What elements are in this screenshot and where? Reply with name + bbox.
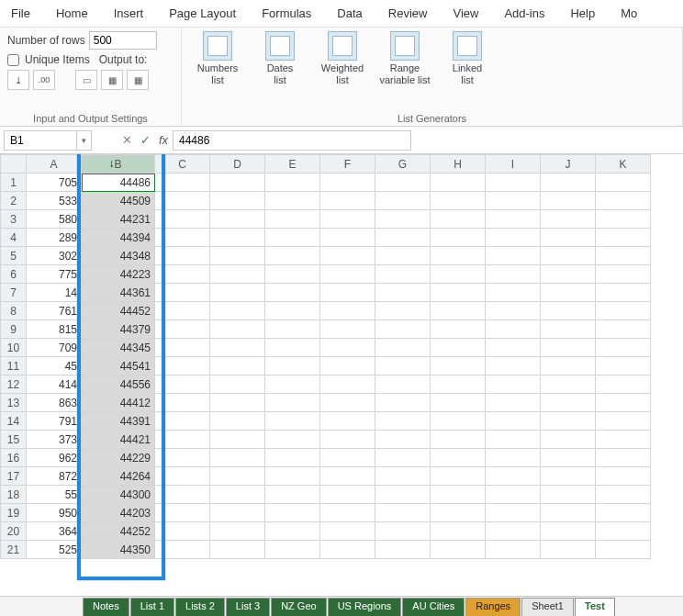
cell-E15[interactable] (265, 431, 320, 449)
cell-F14[interactable] (320, 412, 375, 431)
cell-E3[interactable] (265, 210, 320, 229)
sheet-tab-lists-2[interactable]: Lists 2 (175, 598, 225, 616)
col-header-H[interactable]: H (431, 155, 486, 174)
cell-F7[interactable] (320, 284, 375, 302)
cell-E2[interactable] (265, 192, 320, 210)
row-header[interactable]: 5 (1, 247, 27, 265)
cell-E6[interactable] (265, 265, 320, 284)
cell-I7[interactable] (486, 284, 541, 302)
cell-H5[interactable] (431, 247, 486, 265)
cell-J2[interactable] (541, 192, 596, 210)
cell-G21[interactable] (375, 541, 431, 559)
cell-K12[interactable] (596, 375, 651, 394)
cell-A13[interactable]: 863 (27, 394, 82, 412)
cell-A21[interactable]: 525 (27, 541, 82, 559)
row-header[interactable]: 1 (1, 174, 27, 192)
cell-C5[interactable] (155, 247, 210, 265)
ribbon-tab-page-layout[interactable]: Page Layout (156, 1, 249, 26)
cell-H19[interactable] (431, 504, 486, 522)
row-header[interactable]: 21 (1, 541, 27, 559)
cell-E5[interactable] (265, 247, 320, 265)
cell-G3[interactable] (375, 210, 431, 229)
sheet-tab-au-cities[interactable]: AU Cities (402, 598, 465, 616)
cell-J3[interactable] (541, 210, 596, 229)
cell-B17[interactable]: 44264 (82, 467, 155, 486)
cell-B7[interactable]: 44361 (82, 284, 155, 302)
cell-C6[interactable] (155, 265, 210, 284)
cell-J7[interactable] (541, 284, 596, 302)
sheet-tab-test[interactable]: Test (575, 598, 615, 616)
cell-H4[interactable] (431, 229, 486, 247)
cell-G16[interactable] (375, 449, 431, 467)
cell-A3[interactable]: 580 (27, 210, 82, 229)
cell-D7[interactable] (210, 284, 265, 302)
cell-D5[interactable] (210, 247, 265, 265)
cell-H10[interactable] (431, 339, 486, 357)
cell-H8[interactable] (431, 302, 486, 320)
cell-D13[interactable] (210, 394, 265, 412)
row-header[interactable]: 7 (1, 284, 27, 302)
cell-A2[interactable]: 533 (27, 192, 82, 210)
cell-B9[interactable]: 44379 (82, 320, 155, 339)
cell-A18[interactable]: 55 (27, 486, 82, 504)
cell-F16[interactable] (320, 449, 375, 467)
cell-I6[interactable] (486, 265, 541, 284)
cell-J19[interactable] (541, 504, 596, 522)
cell-K5[interactable] (596, 247, 651, 265)
cell-B14[interactable]: 44391 (82, 412, 155, 431)
cell-F8[interactable] (320, 302, 375, 320)
ribbon-tab-add-ins[interactable]: Add-ins (491, 1, 557, 26)
output-btn-1[interactable]: ▭ (75, 70, 97, 90)
cell-G2[interactable] (375, 192, 431, 210)
cell-A10[interactable]: 709 (27, 339, 82, 357)
ribbon-tab-review[interactable]: Review (375, 1, 441, 26)
cell-K1[interactable] (596, 174, 651, 192)
cell-G10[interactable] (375, 339, 431, 357)
cell-D11[interactable] (210, 357, 265, 375)
cell-A11[interactable]: 45 (27, 357, 82, 375)
sheet-tab-nz-geo[interactable]: NZ Geo (271, 598, 327, 616)
cell-F11[interactable] (320, 357, 375, 375)
cell-K4[interactable] (596, 229, 651, 247)
cell-F9[interactable] (320, 320, 375, 339)
cell-D19[interactable] (210, 504, 265, 522)
cell-K20[interactable] (596, 522, 651, 541)
cell-E20[interactable] (265, 522, 320, 541)
row-header[interactable]: 15 (1, 431, 27, 449)
cell-I19[interactable] (486, 504, 541, 522)
cell-F3[interactable] (320, 210, 375, 229)
row-header[interactable]: 6 (1, 265, 27, 284)
row-header[interactable]: 2 (1, 192, 27, 210)
gen-weighted-button[interactable]: Weightedlist (314, 31, 371, 86)
cell-C7[interactable] (155, 284, 210, 302)
cell-K15[interactable] (596, 431, 651, 449)
cell-D17[interactable] (210, 467, 265, 486)
cell-H2[interactable] (431, 192, 486, 210)
cell-F19[interactable] (320, 504, 375, 522)
cell-F15[interactable] (320, 431, 375, 449)
cell-I1[interactable] (486, 174, 541, 192)
cell-D10[interactable] (210, 339, 265, 357)
sheet-tab-us-regions[interactable]: US Regions (328, 598, 402, 616)
cell-B1[interactable]: 44486 (82, 174, 155, 192)
cell-H13[interactable] (431, 394, 486, 412)
cell-B5[interactable]: 44348 (82, 247, 155, 265)
cell-G15[interactable] (375, 431, 431, 449)
io-btn-1[interactable]: ⤓ (7, 70, 29, 90)
cell-C2[interactable] (155, 192, 210, 210)
cell-I4[interactable] (486, 229, 541, 247)
cell-G1[interactable] (375, 174, 431, 192)
row-header[interactable]: 20 (1, 522, 27, 541)
name-box-dropdown[interactable]: ▾ (77, 130, 92, 151)
ribbon-tab-insert[interactable]: Insert (101, 1, 157, 26)
cell-E9[interactable] (265, 320, 320, 339)
row-header[interactable]: 14 (1, 412, 27, 431)
unique-items-checkbox[interactable] (7, 54, 19, 66)
cell-H12[interactable] (431, 375, 486, 394)
cell-K7[interactable] (596, 284, 651, 302)
worksheet-grid[interactable]: A↓BCDEFGHIJK 170544486253344509358044231… (0, 154, 651, 559)
cell-I16[interactable] (486, 449, 541, 467)
cell-A14[interactable]: 791 (27, 412, 82, 431)
enter-icon[interactable]: ✓ (136, 133, 154, 147)
cell-J9[interactable] (541, 320, 596, 339)
